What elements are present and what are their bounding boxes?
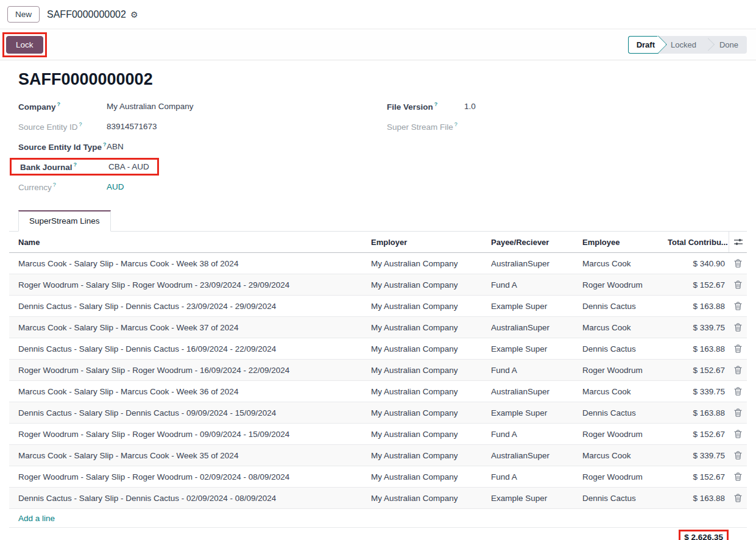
stage-locked-label: Locked [671,40,696,49]
cell-payee-reciever: Fund A [491,430,582,439]
table-header-row: Name Employer Payee/Reciever Employee To… [9,232,747,253]
cell-name: Dennis Cactus - Salary Slip - Dennis Cac… [9,408,371,417]
field-label-currency: Currency? [18,182,107,192]
field-value-company[interactable]: My Australian Company [107,102,194,111]
delete-row-trash-icon[interactable] [733,279,743,290]
help-icon: ? [434,101,438,107]
breadcrumb: New SAFF0000000002 ⚙ [0,0,756,29]
help-icon: ? [57,101,61,107]
cell-name: Roger Woodrum - Salary Slip - Roger Wood… [9,472,371,481]
stage-done[interactable]: Done [711,36,747,54]
cell-total-contribution: $ 152.67 [668,430,729,439]
stage-widget: Draft Locked Done [628,36,747,54]
delete-row-trash-icon[interactable] [733,492,743,503]
cell-name: Marcus Cook - Salary Slip - Marcus Cook … [9,451,371,460]
help-icon: ? [74,162,77,168]
column-header-payee-reciever[interactable]: Payee/Reciever [491,238,582,247]
table-row[interactable]: Roger Woodrum - Salary Slip - Roger Wood… [9,466,747,488]
delete-row-trash-icon[interactable] [733,386,743,397]
cell-payee-reciever: Example Super [491,494,582,503]
field-label-source-entity-id: Source Entity ID? [18,121,107,132]
field-label-source-entity-id-type: Source Entity Id Type? [18,141,107,152]
table-row[interactable]: Roger Woodrum - Salary Slip - Roger Wood… [9,424,747,445]
cell-employee: Dennis Cactus [582,494,668,503]
column-header-name[interactable]: Name [9,238,371,247]
cell-employee: Dennis Cactus [582,344,668,353]
statusbar: Lock Draft Locked Done [0,29,756,60]
gear-icon[interactable]: ⚙ [130,10,138,19]
delete-row-trash-icon[interactable] [733,343,743,354]
delete-row-trash-icon[interactable] [733,258,743,269]
optional-columns-icon[interactable] [729,232,747,252]
cell-employer: My Australian Company [371,259,491,268]
delete-row-trash-icon[interactable] [733,428,743,439]
add-a-line-link[interactable]: Add a line [18,514,55,523]
cell-employee: Marcus Cook [582,259,668,268]
cell-employer: My Australian Company [371,323,491,332]
cell-payee-reciever: AustralianSuper [491,451,582,460]
cell-employer: My Australian Company [371,280,491,290]
delete-row-trash-icon[interactable] [733,450,743,461]
cell-payee-reciever: AustralianSuper [491,387,582,396]
cell-total-contribution: $ 152.67 [668,472,729,481]
field-currency: Currency? AUD [18,177,387,197]
notebook-tabs: SuperStream Lines [9,210,747,232]
cell-employer: My Australian Company [371,472,491,481]
table-row[interactable]: Roger Woodrum - Salary Slip - Roger Wood… [9,274,747,296]
cell-total-contribution: $ 340.90 [668,259,729,268]
cell-employee: Roger Woodrum [582,366,668,375]
cell-payee-reciever: Example Super [491,302,582,311]
table-row[interactable]: Roger Woodrum - Salary Slip - Roger Wood… [9,360,747,381]
cell-name: Roger Woodrum - Salary Slip - Roger Wood… [9,430,371,439]
column-header-employer[interactable]: Employer [371,238,491,247]
tab-superstream-lines[interactable]: SuperStream Lines [18,210,111,232]
help-icon: ? [79,121,82,127]
table-row[interactable]: Dennis Cactus - Salary Slip - Dennis Cac… [9,488,747,509]
field-value-source-entity-id-type[interactable]: ABN [107,142,124,151]
field-value-currency[interactable]: AUD [107,182,124,191]
table-row[interactable]: Marcus Cook - Salary Slip - Marcus Cook … [9,381,747,402]
form-sheet: SAFF0000000002 Company? My Australian Co… [0,60,756,540]
delete-row-trash-icon[interactable] [733,322,743,333]
new-button[interactable]: New [7,6,40,23]
help-icon: ? [103,141,107,147]
cell-total-contribution: $ 163.88 [668,344,729,353]
cell-employer: My Australian Company [371,387,491,396]
table-row[interactable]: Dennis Cactus - Salary Slip - Dennis Cac… [9,402,747,424]
field-label-file-version: File Version? [387,101,464,112]
field-label-bank-journal: Bank Journal? [20,162,108,172]
field-value-bank-journal[interactable]: CBA - AUD [108,162,151,171]
delete-row-trash-icon[interactable] [733,300,743,311]
cell-employee: Dennis Cactus [582,302,668,311]
cell-total-contribution: $ 339.75 [668,323,729,332]
field-label-super-stream-file: Super Stream File? [387,121,464,132]
field-source-entity-id: Source Entity ID? 83914571673 [18,116,387,137]
table-row[interactable]: Marcus Cook - Salary Slip - Marcus Cook … [9,253,747,274]
table-row[interactable]: Marcus Cook - Salary Slip - Marcus Cook … [9,445,747,466]
cell-employee: Roger Woodrum [582,430,668,439]
cell-employer: My Australian Company [371,366,491,375]
table-row[interactable]: Dennis Cactus - Salary Slip - Dennis Cac… [9,338,747,360]
table-row[interactable]: Dennis Cactus - Salary Slip - Dennis Cac… [9,296,747,317]
column-header-employee[interactable]: Employee [582,238,668,247]
table-body: Marcus Cook - Salary Slip - Marcus Cook … [9,253,747,509]
cell-total-contribution: $ 339.75 [668,387,729,396]
cell-name: Dennis Cactus - Salary Slip - Dennis Cac… [9,302,371,311]
field-super-stream-file: Super Stream File? [387,116,747,137]
breadcrumb-record-name: SAFF0000000002 [47,9,126,20]
stage-draft[interactable]: Draft [628,36,659,54]
cell-name: Roger Woodrum - Salary Slip - Roger Wood… [9,366,371,375]
delete-row-trash-icon[interactable] [733,471,743,482]
delete-row-trash-icon[interactable] [733,364,743,375]
cell-name: Dennis Cactus - Salary Slip - Dennis Cac… [9,494,371,503]
saff-form-page: New SAFF0000000002 ⚙ Lock Draft Locked D… [0,0,756,540]
delete-row-trash-icon[interactable] [733,407,743,418]
table-row[interactable]: Marcus Cook - Salary Slip - Marcus Cook … [9,317,747,338]
cell-total-contribution: $ 339.75 [668,451,729,460]
lock-button[interactable]: Lock [6,36,43,54]
cell-payee-reciever: Example Super [491,408,582,417]
total-contribution-value: $ 2,626.35 [680,531,727,540]
cell-payee-reciever: Fund A [491,366,582,375]
column-header-total-contribution[interactable]: Total Contribu... [668,238,729,247]
field-value-file-version[interactable]: 1.0 [464,102,476,111]
